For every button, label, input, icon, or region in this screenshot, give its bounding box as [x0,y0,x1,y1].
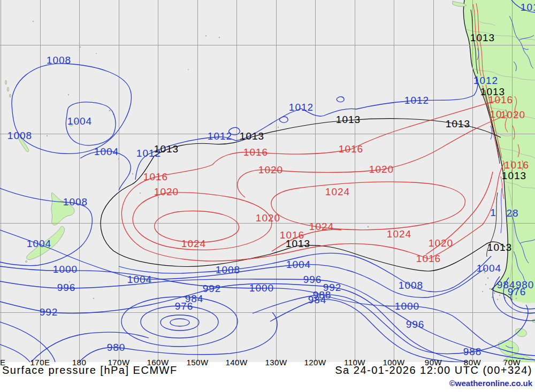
weather-map-page: 1008100410081004101210121012101210121012… [0,0,535,392]
fiji [70,124,73,126]
lon-tick-label: 140W [225,358,247,366]
lon-tick-label: 120W [304,358,326,366]
product-title: Surface pressure [hPa] ECMWF [2,364,178,376]
map-canvas [0,0,535,362]
copyright-link[interactable]: ©weatheronline.co.uk [449,379,532,388]
lon-tick-label: 150W [186,358,208,366]
lon-tick-label: 130W [265,358,287,366]
valid-time: Sa 24-01-2026 12:00 UTC (00+324) [335,364,532,376]
